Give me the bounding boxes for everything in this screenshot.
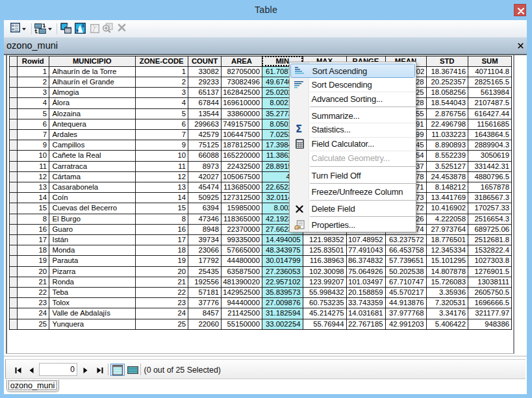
row-selector[interactable] bbox=[10, 109, 18, 119]
previous-record-button[interactable] bbox=[29, 367, 34, 373]
cell-max[interactable]: 125.83501 bbox=[303, 245, 347, 256]
cell-max[interactable]: 55.998432 bbox=[303, 288, 347, 298]
cell-area[interactable]: 55150000 bbox=[222, 319, 262, 330]
cell-sum[interactable]: 1643864.5 bbox=[468, 130, 512, 140]
sheet-tab-ozono-muni[interactable]: ozono_muni bbox=[6, 380, 59, 393]
cell-zone-code[interactable]: 14 bbox=[136, 193, 189, 203]
table-options-button[interactable] bbox=[10, 23, 20, 32]
table-row[interactable]: 2Alhaurín el Grande2292337308249649.6740… bbox=[9, 77, 513, 88]
cell-sum[interactable]: 170257.33 bbox=[468, 203, 512, 214]
cell-zone-code[interactable]: 18 bbox=[136, 245, 189, 256]
row-selector[interactable] bbox=[10, 235, 18, 245]
cell-count[interactable]: 8948 bbox=[188, 225, 222, 235]
cell-area[interactable]: 162842500 bbox=[222, 88, 262, 98]
cell-area[interactable]: 82705000 bbox=[222, 67, 262, 77]
table-options-dropdown-caret[interactable] bbox=[22, 28, 26, 31]
menu-item-field-calculator[interactable]: Field Calculator... bbox=[290, 137, 416, 151]
cell-municipio[interactable]: Cártama bbox=[49, 172, 136, 182]
cell-std[interactable]: 15.726083 bbox=[427, 277, 469, 288]
clear-selection-button[interactable] bbox=[90, 24, 99, 33]
cell-sum[interactable]: 2516654.3 bbox=[468, 214, 512, 225]
cell-mean[interactable]: 63.237572 bbox=[386, 235, 427, 245]
cell-zone-code[interactable]: 24 bbox=[136, 308, 189, 319]
cell-rowid[interactable]: 24 bbox=[18, 308, 50, 319]
cell-count[interactable]: 67844 bbox=[188, 98, 222, 108]
cell-mean[interactable]: 44.913876 bbox=[386, 298, 427, 308]
row-selector[interactable] bbox=[10, 214, 18, 225]
cell-zone-code[interactable]: 3 bbox=[136, 88, 189, 98]
cell-count[interactable]: 8457 bbox=[188, 308, 222, 319]
row-selector[interactable] bbox=[10, 193, 18, 203]
cell-count[interactable]: 13544 bbox=[188, 109, 222, 119]
cell-max[interactable]: 121.98352 bbox=[303, 235, 347, 245]
cell-zone-code[interactable]: 16 bbox=[136, 225, 189, 235]
cell-zone-code[interactable]: 21 bbox=[136, 277, 189, 288]
cell-range[interactable]: 101.03497 bbox=[347, 277, 386, 288]
cell-std[interactable]: 24.453878 bbox=[427, 172, 469, 182]
cell-municipio[interactable]: Campillos bbox=[49, 140, 136, 151]
cell-std[interactable]: 12.345334 bbox=[427, 245, 469, 256]
cell-area[interactable]: 22432500 bbox=[222, 162, 262, 172]
cell-sum[interactable]: 1276901.5 bbox=[468, 267, 512, 277]
cell-zone-code[interactable]: 8 bbox=[136, 214, 189, 225]
cell-count[interactable]: 192556 bbox=[188, 277, 222, 288]
table-row[interactable]: 6Antequera62996637491575008.05016683.575… bbox=[9, 119, 513, 130]
cell-count[interactable]: 42579 bbox=[188, 130, 222, 140]
row-selector[interactable] bbox=[10, 277, 18, 288]
table-row[interactable]: 11Carratraca1189732243250028.89154243.98… bbox=[9, 162, 513, 172]
menu-item-sort-ascending[interactable]: Sort Ascending bbox=[290, 64, 415, 78]
row-selector[interactable] bbox=[10, 77, 18, 88]
show-selected-records-button[interactable] bbox=[126, 364, 140, 377]
cell-rowid[interactable]: 11 bbox=[18, 162, 50, 172]
cell-range[interactable]: 75.064926 bbox=[347, 267, 386, 277]
row-selector[interactable] bbox=[10, 308, 18, 319]
cell-std[interactable]: 5.406422 bbox=[427, 319, 469, 330]
table-row[interactable]: 24Valle de Abdalajís2484572114250031.182… bbox=[9, 308, 513, 319]
cell-rowid[interactable]: 10 bbox=[18, 151, 50, 161]
cell-area[interactable]: 22370000 bbox=[222, 225, 262, 235]
cell-sum[interactable]: 4071104.8 bbox=[468, 67, 512, 77]
cell-area[interactable]: 21142500 bbox=[222, 308, 262, 319]
cell-std[interactable]: 7.320531 bbox=[427, 298, 469, 308]
cell-sum[interactable]: 1532822.4 bbox=[468, 245, 512, 256]
cell-municipio[interactable]: Istán bbox=[49, 235, 136, 245]
cell-area[interactable]: 44480000 bbox=[222, 256, 262, 266]
table-row[interactable]: 15Cuevas del Becerro156394159850008.0021… bbox=[9, 203, 513, 214]
cell-sum[interactable]: 2605750.5 bbox=[468, 288, 512, 298]
cell-rowid[interactable]: 17 bbox=[18, 235, 50, 245]
cell-zone-code[interactable]: 9 bbox=[136, 140, 189, 151]
cell-count[interactable]: 42027 bbox=[188, 172, 222, 182]
cell-rowid[interactable]: 5 bbox=[18, 109, 50, 119]
cell-std[interactable]: 13.441769 bbox=[427, 193, 469, 203]
row-selector[interactable] bbox=[10, 67, 18, 77]
cell-sum[interactable]: 2107487.5 bbox=[468, 98, 512, 108]
cell-area[interactable]: 187812500 bbox=[222, 140, 262, 151]
cell-count[interactable]: 8973 bbox=[188, 162, 222, 172]
cell-rowid[interactable]: 6 bbox=[18, 119, 50, 130]
related-tables-dropdown-caret[interactable] bbox=[48, 28, 52, 31]
cell-area[interactable]: 57665000 bbox=[222, 245, 262, 256]
cell-municipio[interactable]: Almogia bbox=[49, 88, 136, 98]
cell-sum[interactable]: 2512681.8 bbox=[468, 235, 512, 245]
cell-rowid[interactable]: 2 bbox=[18, 77, 50, 88]
cell-sum[interactable]: 331442.31 bbox=[468, 162, 512, 172]
cell-max[interactable]: 102.30098 bbox=[303, 267, 347, 277]
cell-std[interactable]: 3.34176 bbox=[427, 308, 469, 319]
delete-selected-button[interactable] bbox=[118, 23, 126, 32]
cell-count[interactable]: 66088 bbox=[188, 151, 222, 161]
cell-count[interactable]: 299663 bbox=[188, 119, 222, 130]
selector-column-header[interactable] bbox=[10, 56, 18, 67]
cell-municipio[interactable]: Casarabonela bbox=[49, 182, 136, 193]
cell-municipio[interactable]: Valle de Abdalajís bbox=[49, 308, 136, 319]
cell-rowid[interactable]: 20 bbox=[18, 267, 50, 277]
cell-mean[interactable]: 57.739651 bbox=[386, 256, 427, 266]
zoom-to-selected-button[interactable] bbox=[102, 23, 113, 34]
cell-sum[interactable]: 3186567.3 bbox=[468, 193, 512, 203]
cell-rowid[interactable]: 19 bbox=[18, 256, 50, 266]
cell-zone-code[interactable]: 1 bbox=[136, 67, 189, 77]
cell-max[interactable]: 60.753235 bbox=[303, 298, 347, 308]
cell-range[interactable]: 33.743359 bbox=[347, 298, 386, 308]
cell-zone-code[interactable]: 10 bbox=[136, 151, 189, 161]
cell-rowid[interactable]: 23 bbox=[18, 298, 50, 308]
table-row[interactable]: 7Ardales7425791064475007.02530960.676346… bbox=[9, 130, 513, 140]
